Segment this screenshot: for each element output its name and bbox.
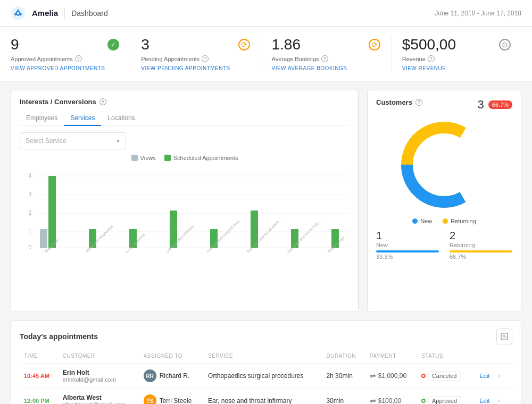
stat-average: 1.86 ⟳ Average Bookings ? VIEW AVERAGE B… <box>261 36 392 71</box>
actions-cell: Edit › <box>472 364 512 389</box>
brand-name: Amelia <box>32 9 58 18</box>
stat-approved: 9 ✓ Approved Appointments ? VIEW APPROVE… <box>11 36 130 71</box>
customers-total: 3 <box>478 98 484 112</box>
legend-returning: Returning <box>443 218 476 224</box>
new-progress-bar <box>376 250 439 252</box>
revenue-link[interactable]: VIEW REVENUE <box>402 65 511 71</box>
svg-point-0 <box>11 6 25 20</box>
tab-services[interactable]: Services <box>64 111 101 126</box>
customers-panel: Customers ? 3 66.7% <box>367 90 521 312</box>
appointments-title: Today's appointments <box>20 332 98 341</box>
interests-title: Interests / Conversions ? <box>20 98 350 106</box>
export-icon <box>500 332 509 341</box>
col-duration: DURATION <box>322 351 365 364</box>
average-value: 1.86 <box>272 36 301 53</box>
bar-chart-svg: 4 3 2 1 0 <box>20 165 350 261</box>
new-label: New <box>376 242 439 248</box>
status-cell: Canceled <box>417 364 472 389</box>
duration-cell: 30min <box>322 389 365 405</box>
col-actions <box>472 351 512 364</box>
legend-new: New <box>412 218 432 224</box>
service-select-wrapper: Select Service ▼ <box>20 132 126 149</box>
col-customer: CUSTOMER <box>59 351 139 364</box>
new-pct: 33.3% <box>376 254 439 260</box>
svg-rect-37 <box>501 333 508 340</box>
status-select[interactable]: Approved <box>428 396 461 404</box>
views-legend-dot <box>131 155 138 161</box>
svg-rect-11 <box>40 229 47 248</box>
average-help-icon[interactable]: ? <box>321 55 328 62</box>
stats-row: 9 ✓ Approved Appointments ? VIEW APPROVE… <box>0 27 532 81</box>
assigned-cell: RR Richard R. <box>139 364 204 389</box>
donut-chart-container <box>376 117 512 213</box>
revenue-label: Revenue ? <box>402 55 511 62</box>
payment-cell: ⇌ $100,00 <box>365 389 417 405</box>
average-label: Average Bookings ? <box>272 55 380 62</box>
customers-header: Customers ? 3 66.7% <box>376 98 512 112</box>
appointments-legend-dot <box>164 155 171 161</box>
revenue-icon: ⊙ <box>499 39 511 50</box>
edit-button[interactable]: Edit <box>476 397 493 404</box>
payment-icon: ⇌ <box>370 397 376 404</box>
approved-help-icon[interactable]: ? <box>75 55 82 62</box>
appointments-header: Today's appointments <box>20 329 512 344</box>
svg-text:2: 2 <box>28 210 31 216</box>
appointments-table: TIME CUSTOMER ASSIGNED TO SERVICE DURATI… <box>20 351 512 404</box>
actions-cell: Edit › <box>472 389 512 405</box>
status-dot <box>421 399 426 403</box>
time-cell: 10:45 AM <box>24 373 49 379</box>
svg-rect-12 <box>48 176 56 248</box>
amelia-logo <box>11 6 26 21</box>
time-cell: 12:00 PM <box>24 398 49 404</box>
approved-label: Approved Appointments ? <box>11 55 119 62</box>
customer-cell: Erin Holt erinhold@gmail.com <box>59 364 139 389</box>
export-button[interactable] <box>496 329 512 344</box>
revenue-value: $500,00 <box>402 36 456 53</box>
pending-label: Pending Appointments ? <box>141 55 250 62</box>
average-link[interactable]: VIEW AVERAGE BOOKINGS <box>272 65 380 71</box>
status-cell: Approved <box>417 389 472 405</box>
customers-badge: 66.7% <box>488 100 512 109</box>
customers-stats: 1 New 33.3% 2 Returning 66.7% <box>376 230 512 260</box>
returning-stat: 2 Returning 66.7% <box>450 230 512 260</box>
returning-count: 2 <box>450 230 512 242</box>
approved-link[interactable]: VIEW APPROVED APPOINTMENTS <box>11 65 119 71</box>
tab-employees[interactable]: Employees <box>20 111 64 126</box>
new-count: 1 <box>376 230 439 242</box>
assigned-cell: TS Terri Steele <box>139 389 204 405</box>
interests-tabs: Employees Services Locations <box>20 111 350 126</box>
status-dot <box>421 374 426 378</box>
bar-chart-area: 4 3 2 1 0 <box>20 165 350 272</box>
approved-value: 9 <box>11 36 19 53</box>
pending-link[interactable]: VIEW PENDING APPOINTMENTS <box>141 65 250 71</box>
payment-icon: ⇌ <box>370 372 376 380</box>
service-select[interactable]: Select Service <box>20 132 126 149</box>
svg-text:0: 0 <box>28 245 31 250</box>
row-expand-button[interactable]: › <box>495 371 503 381</box>
customer-cell: Alberta West albertawest@gmail.com <box>59 389 139 405</box>
col-payment: PAYMENT <box>365 351 417 364</box>
returning-progress-bar <box>450 250 512 252</box>
avatar: RR <box>144 369 156 382</box>
donut-chart-svg <box>396 117 492 213</box>
stat-pending: 3 ⟳ Pending Appointments ? VIEW PENDING … <box>130 36 261 71</box>
status-select[interactable]: Canceled <box>428 371 461 381</box>
col-service: SERVICE <box>204 351 322 364</box>
page-title: Dashboard <box>71 9 108 18</box>
new-stat: 1 New 33.3% <box>376 230 439 260</box>
interests-panel: Interests / Conversions ? Employees Serv… <box>11 90 359 312</box>
table-row: 10:45 AM Erin Holt erinhold@gmail.com RR… <box>20 364 512 389</box>
service-cell: Orthopaedics surgical procedures <box>204 364 322 389</box>
revenue-help-icon[interactable]: ? <box>428 55 435 62</box>
interests-help-icon[interactable]: ? <box>99 98 106 105</box>
pending-help-icon[interactable]: ? <box>202 55 209 62</box>
chart-legend: Views Scheduled Appointments <box>20 155 350 161</box>
tab-locations[interactable]: Locations <box>101 111 141 126</box>
donut-legend: New Returning <box>376 218 512 224</box>
customers-help-icon[interactable]: ? <box>415 99 422 106</box>
legend-views: Views <box>131 155 156 161</box>
row-expand-button[interactable]: › <box>495 396 503 404</box>
edit-button[interactable]: Edit <box>476 372 493 380</box>
payment-cell: ⇌ $1,000,00 <box>365 364 417 389</box>
avatar: TS <box>144 394 156 404</box>
